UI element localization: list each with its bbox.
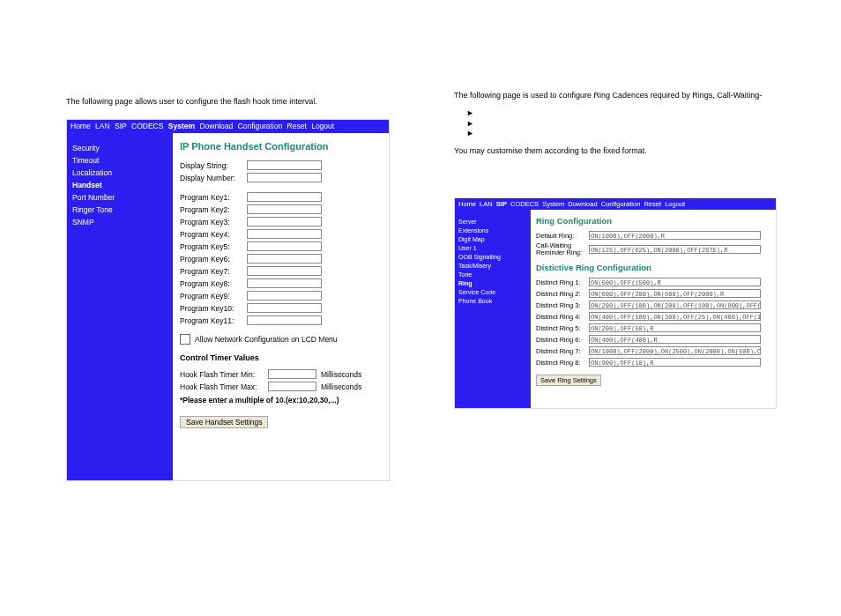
label-pk6: Program Key6: — [180, 255, 247, 263]
label-pk11: Program Key11: — [180, 316, 247, 325]
bullet-1: ► — [466, 108, 789, 119]
nav-lan[interactable]: LAN — [95, 122, 110, 130]
input-pk1[interactable] — [247, 192, 322, 202]
side2-ext[interactable]: Extensions — [458, 227, 527, 234]
input-d6[interactable]: ON(400),OFF(400),R — [589, 335, 761, 344]
side2-tone[interactable]: Tone — [458, 271, 527, 278]
intro-right: The following page is used to configure … — [454, 91, 789, 100]
sidebar-snmp[interactable]: SNMP — [72, 218, 167, 226]
input-pk10[interactable] — [247, 303, 322, 313]
input-pk7[interactable] — [247, 266, 322, 276]
nav2-codecs[interactable]: CODECS — [510, 200, 539, 208]
checkbox-lcd-label: Allow Network Configuration on LCD Menu — [195, 335, 338, 344]
nav-codecs[interactable]: CODECS — [131, 122, 163, 130]
label-d6: Distinct Ring 6: — [536, 336, 589, 344]
input-d7[interactable]: ON(1000),OFF(2000),ON(2500),ON(2000),ON(… — [589, 346, 761, 355]
sidebar-port[interactable]: Port Number — [72, 193, 167, 202]
label-pk3: Program Key3: — [180, 218, 247, 226]
sidebar-right: Server Extensions Digit Map User 1 OOB S… — [455, 210, 531, 408]
topnav-left: Home LAN SIP CODECS System Download Conf… — [67, 120, 389, 133]
panel-title-handset: IP Phone Handset Configuration — [180, 141, 382, 152]
side2-digit[interactable]: Digit Map — [458, 236, 527, 242]
input-timer-max[interactable] — [268, 382, 316, 391]
label-d4: Distinct Ring 4: — [536, 313, 589, 321]
nav2-download[interactable]: Download — [568, 200, 597, 208]
input-d3[interactable]: ON(200),OFF(100),ON(200),OFF(100),ON(800… — [589, 301, 761, 309]
input-pk11[interactable] — [247, 315, 322, 325]
save-handset-button[interactable]: Save Handset Settings — [180, 416, 268, 428]
input-pk2[interactable] — [247, 204, 322, 214]
nav-logout[interactable]: Logout — [311, 122, 334, 130]
input-timer-min[interactable] — [268, 369, 316, 379]
nav2-config[interactable]: Configuration — [601, 200, 641, 208]
bullet-3: ► — [466, 129, 789, 139]
sidebar-left: Security Timeout Localization Handset Po… — [67, 133, 173, 480]
side2-user[interactable]: User 1 — [458, 245, 527, 251]
sidebar-local[interactable]: Localization — [72, 168, 167, 177]
input-d4[interactable]: ON(400),OFF(500),ON(300),OFF(25),ON(400)… — [589, 312, 761, 321]
input-pk6[interactable] — [247, 254, 322, 263]
nav-download[interactable]: Download — [199, 122, 233, 130]
bullets: ► ► ► — [466, 108, 789, 139]
label-d1: Distinct Ring 1: — [536, 278, 589, 286]
sidebar-security[interactable]: Security — [72, 144, 167, 152]
label-d3: Distinct Ring 3: — [536, 301, 589, 309]
label-pk5: Program Key5: — [180, 242, 247, 251]
input-disp-str[interactable] — [247, 160, 322, 170]
label-default-ring: Default Ring: — [536, 232, 589, 240]
nav-config[interactable]: Configuration — [238, 122, 283, 130]
panel-title-ring: Ring Configuration — [536, 216, 770, 226]
side2-pb[interactable]: Phone Book — [458, 298, 527, 304]
customise-text: You may customise them according to the … — [454, 146, 789, 155]
nav-system[interactable]: System — [168, 122, 195, 130]
input-d5[interactable]: ON(200),OFF(50),R — [589, 323, 761, 332]
input-cw-ring[interactable]: ON(125),OFF(625),ON(2000),OFF(2875),R — [589, 245, 761, 254]
side2-oob[interactable]: OOB Signalling — [458, 254, 527, 260]
timer-note: *Please enter a multiple of 10.(ex:10,20… — [180, 396, 382, 404]
nav2-sip[interactable]: SIP — [496, 200, 507, 208]
side2-svc[interactable]: Service Code — [458, 289, 527, 295]
sidebar-ringer[interactable]: Ringer Tone — [72, 205, 167, 214]
input-d8[interactable]: ON(900),OFF(10),R — [589, 358, 761, 367]
label-pk10: Program Key10: — [180, 304, 247, 313]
section-control-timer: Control Timer Values — [180, 353, 382, 362]
nav2-logout[interactable]: Logout — [665, 200, 685, 208]
input-pk3[interactable] — [247, 217, 322, 226]
input-pk5[interactable] — [247, 241, 322, 251]
topnav-right: Home LAN SIP CODECS System Download Conf… — [455, 198, 776, 210]
ring-panel: Home LAN SIP CODECS System Download Conf… — [454, 197, 777, 409]
nav2-system[interactable]: System — [542, 200, 564, 208]
label-pk9: Program Key9: — [180, 292, 247, 301]
label-pk8: Program Key8: — [180, 279, 247, 288]
save-ring-button[interactable]: Save Ring Settings — [536, 375, 601, 386]
nav-home[interactable]: Home — [71, 122, 91, 130]
label-pk7: Program Key7: — [180, 267, 247, 276]
nav2-home[interactable]: Home — [458, 200, 476, 208]
label-d8: Distinct Ring 8: — [536, 359, 589, 367]
label-timer-min: Hook Flash Timer Min: — [180, 370, 268, 379]
nav-reset[interactable]: Reset — [287, 122, 307, 130]
side2-task[interactable]: Task/Misery — [458, 263, 527, 269]
input-pk4[interactable] — [247, 229, 322, 239]
input-pk9[interactable] — [247, 291, 322, 301]
intro-left: The following page allows user to config… — [66, 97, 401, 106]
panel-title-distinct: Distictive Ring Configuration — [536, 263, 770, 272]
label-disp-num: Display Number: — [180, 174, 247, 182]
nav2-lan[interactable]: LAN — [480, 200, 493, 208]
label-disp-str: Display String: — [180, 161, 247, 170]
label-d2: Distinct Ring 2: — [536, 290, 589, 298]
label-timer-max: Hook Flash Timer Max: — [180, 382, 268, 391]
input-d2[interactable]: ON(600),OFF(200),ON(600),OFF(2000),R — [589, 289, 761, 298]
input-disp-num[interactable] — [247, 173, 322, 182]
side2-server[interactable]: Server — [458, 219, 527, 225]
checkbox-lcd[interactable] — [180, 334, 190, 345]
nav2-reset[interactable]: Reset — [644, 200, 661, 208]
input-pk8[interactable] — [247, 278, 322, 288]
sidebar-handset[interactable]: Handset — [72, 181, 167, 189]
input-default-ring[interactable]: ON(1000),OFF(2000),R — [589, 231, 761, 240]
nav-sip[interactable]: SIP — [115, 122, 127, 130]
label-pk2: Program Key2: — [180, 205, 247, 214]
input-d1[interactable]: ON(500),OFF(1500),R — [589, 278, 761, 286]
side2-ring[interactable]: Ring — [458, 280, 527, 286]
sidebar-timeout[interactable]: Timeout — [72, 156, 167, 165]
